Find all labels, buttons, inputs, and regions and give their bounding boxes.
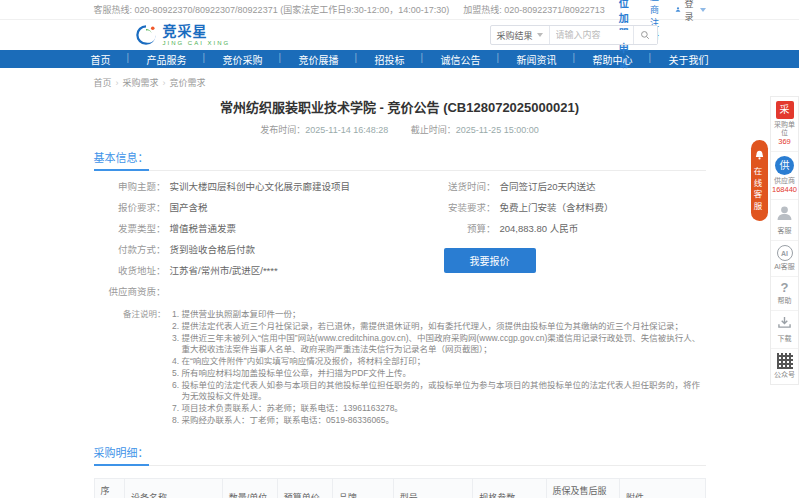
nav-item-news[interactable]: 新闻资讯 <box>499 52 575 67</box>
remark-item: 采购经办联系人：丁老师；联系电话：0519-86336065。 <box>182 415 706 426</box>
detail-section-header: 采购明细： <box>94 443 706 466</box>
site-logo[interactable]: 竞采星 JING CAI XING <box>134 23 231 47</box>
purchaser-icon: 采 <box>776 101 794 119</box>
breadcrumb-home[interactable]: 首页 <box>94 76 112 89</box>
logo-subtitle: JING CAI XING <box>163 40 231 46</box>
sidebar-item-wechat-qr[interactable]: 公众号 <box>771 349 798 384</box>
deadline-value: 2025-11-25 15:00:00 <box>456 125 539 135</box>
basic-info-section-header: 基本信息： <box>94 148 706 171</box>
join-hotline: 加盟热线: 020-80922371/80922713 <box>463 3 605 16</box>
breadcrumb-purchase-demand[interactable]: 采购需求 <box>123 76 159 89</box>
info-row-delivery-address: 收货地址： 江苏省/常州市/武进区/**** <box>94 265 424 277</box>
basic-info-grid: 申购主题： 实训大楼四层科创中心文化展示廊建设项目 报价要求： 国产含税 发票类… <box>94 181 706 307</box>
col-warranty: 质保及售后服务 <box>546 479 619 498</box>
nav-item-help-center[interactable]: 帮助中心 <box>575 52 651 67</box>
col-attachment: 附件 <box>619 479 705 498</box>
info-row-quote-requirement: 报价要求： 国产含税 <box>94 202 424 214</box>
nav-item-bidding-purchase[interactable]: 竞价采购 <box>205 52 281 67</box>
col-budget-unit-price: 预算单价 <box>277 479 332 498</box>
remarks-label: 备注说明： <box>94 309 166 427</box>
main-nav: 首页 产品服务 竞价采购 竞价展播 招投标 诚信公告 新闻资讯 帮助中心 关于我… <box>0 50 799 68</box>
breadcrumb-bidding-demand: 竞价需求 <box>170 76 206 89</box>
table-header-row: 序号 设备名称 数量/单位 预算单价 品牌 型号 规格参数 质保及售后服务 附件 <box>94 479 705 498</box>
info-row-budget: 预算： 204,883.80 人民币 <box>424 223 706 235</box>
bell-icon <box>754 150 765 160</box>
search-bar: 采购结果 <box>490 25 658 45</box>
site-header: 竞采星 JING CAI XING 采购结果 <box>0 20 799 50</box>
info-row-install-requirement: 安装要求： 免费上门安装（含材料费） <box>424 202 706 214</box>
remark-item: 投标单位的法定代表人如参与本项目的其他投标单位担任职务的，或投标单位为参与本项目… <box>182 380 706 402</box>
breadcrumb-separator <box>163 78 166 88</box>
purchase-detail-table: 序号 设备名称 数量/单位 预算单价 品牌 型号 规格参数 质保及售后服务 附件… <box>94 478 706 498</box>
search-category-value: 采购结果 <box>497 29 533 42</box>
online-service-ribbon[interactable]: 在线客服 <box>751 140 768 221</box>
sidebar-item-purchasers[interactable]: 采 采购单位 369 <box>771 97 798 152</box>
search-category-select[interactable]: 采购结果 <box>491 26 550 44</box>
sidebar-item-ai-service[interactable]: AI AI客服 <box>771 241 798 277</box>
supplier-icon: 供 <box>775 156 794 175</box>
basic-info-title: 基本信息： <box>94 149 149 171</box>
user-icon <box>675 5 681 14</box>
notice-dates: 发布时间：2025-11-14 16:48:28 截止时间：2025-11-25… <box>94 123 706 136</box>
logo-title: 竞采星 <box>163 24 231 38</box>
login-menu[interactable]: 登录 <box>675 0 705 23</box>
nav-item-products[interactable]: 产品服务 <box>129 52 205 67</box>
info-row-subject: 申购主题： 实训大楼四层科创中心文化展示廊建设项目 <box>94 181 424 193</box>
nav-item-bidding-showcase[interactable]: 竞价展播 <box>281 52 357 67</box>
remark-item: 提供营业执照副本复印件一份； <box>182 309 706 320</box>
remarks-list: 提供营业执照副本复印件一份； 提供法定代表人近三个月社保记录，若已退休，需提供退… <box>182 309 706 427</box>
breadcrumb-separator <box>116 78 119 88</box>
sidebar-item-suppliers[interactable]: 供 供应商 168440 <box>771 152 798 200</box>
online-service-label: 在线客服 <box>751 167 763 213</box>
info-row-invoice-type: 发票类型： 增值税普通发票 <box>94 223 424 235</box>
download-icon <box>777 316 792 329</box>
publish-time-label: 发布时间： <box>260 125 305 135</box>
remark-item: 提供法定代表人近三个月社保记录，若已退休，需提供退休证明，如有委托代理人，须提供… <box>182 321 706 332</box>
ai-headset-icon: AI <box>777 245 793 261</box>
col-spec: 规格参数 <box>473 479 546 498</box>
remark-item: 所有响应材料均加盖投标单位公章，并扫描为PDF文件上传。 <box>182 368 706 379</box>
col-model: 型号 <box>393 479 472 498</box>
main-content: 首页 采购需求 竞价需求 常州纺织服装职业技术学院 - 竞价公告 (CB1280… <box>94 68 706 498</box>
sidebar-item-customer-service[interactable]: 客服 <box>771 200 798 241</box>
question-mark-icon: ? <box>772 281 797 295</box>
float-sidebar: 采 采购单位 369 供 供应商 168440 客服 AI AI客服 ? 帮助 … <box>770 96 799 385</box>
sidebar-item-help[interactable]: ? 帮助 <box>771 277 798 311</box>
remark-item: 项目技术负责联系人：苏老师；联系电话：13961163278。 <box>182 403 706 414</box>
quote-button[interactable]: 我要报价 <box>444 248 536 273</box>
page-title: 常州纺织服装职业技术学院 - 竞价公告 (CB128072025000021) <box>94 97 706 116</box>
purchaser-count: 369 <box>772 137 797 146</box>
col-no: 序号 <box>94 479 125 498</box>
nav-item-tenders[interactable]: 招投标 <box>357 52 423 67</box>
nav-item-integrity-notice[interactable]: 诚信公告 <box>423 52 499 67</box>
customer-service-avatar-icon <box>776 204 793 221</box>
remarks-section: 备注说明： 提供营业执照副本复印件一份； 提供法定代表人近三个月社保记录，若已退… <box>94 309 706 427</box>
info-row-delivery-time: 送货时间： 合同签订后20天内送达 <box>424 181 706 193</box>
sidebar-item-download[interactable]: 下载 <box>771 311 798 349</box>
nav-item-home[interactable]: 首页 <box>73 52 129 67</box>
publish-time-value: 2025-11-14 16:48:28 <box>305 125 388 135</box>
service-hotline: 客服热线: 020-80922370/80922307/80922371 (国家… <box>94 3 450 16</box>
col-brand: 品牌 <box>332 479 393 498</box>
search-button[interactable] <box>633 26 657 44</box>
col-quantity-unit: 数量/单位 <box>222 479 277 498</box>
login-label: 登录 <box>684 0 696 23</box>
search-input[interactable] <box>550 30 633 40</box>
deadline-label: 截止时间： <box>411 125 456 135</box>
info-row-payment: 付款方式： 货到验收合格后付款 <box>94 244 424 256</box>
logo-swirl-icon <box>134 23 158 47</box>
breadcrumb: 首页 采购需求 竞价需求 <box>94 68 706 93</box>
utility-bar: 客服热线: 020-80922370/80922307/80922371 (国家… <box>0 0 799 20</box>
search-icon <box>640 30 650 40</box>
nav-item-about[interactable]: 关于我们 <box>651 52 727 67</box>
info-row-supplier-qualification: 供应商资质： <box>94 286 424 298</box>
qr-code-icon <box>777 353 793 369</box>
chevron-down-icon <box>537 33 543 37</box>
supplier-count: 168440 <box>772 185 797 194</box>
remark-item: 在“响应文件附件”内如实填写响应情况及报价，将材料全部打印； <box>182 356 706 367</box>
detail-title: 采购明细： <box>94 444 149 466</box>
chevron-down-icon <box>700 8 706 12</box>
col-equipment-name: 设备名称 <box>125 479 223 498</box>
remark-item: 提供近三年未被列入“信用中国”网站(www.creditchina.gov.cn… <box>182 333 706 355</box>
